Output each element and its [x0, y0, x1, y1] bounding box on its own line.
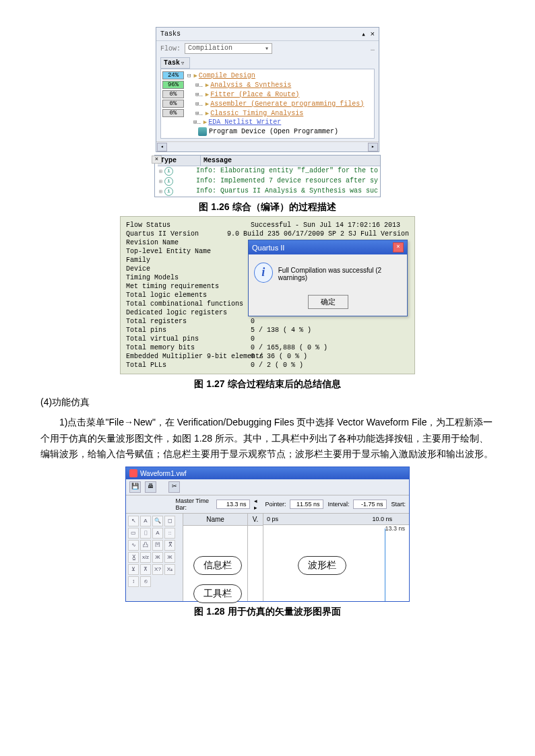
tool-icon[interactable]: X̲	[128, 552, 139, 563]
task-row-program[interactable]: Program Device (Open Programmer)	[161, 127, 374, 137]
expand-icon[interactable]: ⊞…	[195, 100, 203, 108]
time-ruler: 0 ps 10.0 ns	[263, 514, 409, 525]
flow-more-icon[interactable]: …	[371, 45, 375, 53]
mtb-value[interactable]: 13.3 ns	[216, 500, 250, 509]
arrow-tool-icon[interactable]: ↖	[128, 516, 139, 526]
tool-icon[interactable]: ▭	[128, 528, 139, 539]
dialog-title-text: Quartus II	[252, 244, 284, 252]
expand-icon[interactable]: ⊞…	[195, 91, 203, 98]
waveform-titlebar[interactable]: Waveform1.vwf	[126, 467, 409, 479]
summary-key: Device	[126, 265, 251, 273]
sort-icon: ▽	[181, 61, 184, 66]
task-row-assembler[interactable]: 0% ⊞… ▶ Assembler (Generate programming …	[161, 99, 374, 108]
summary-value: 0 / 36 ( 0 % )	[251, 353, 307, 360]
figure-caption-3: 图 1.28 用于仿真的矢量波形图界面	[40, 606, 495, 618]
task-row-eda[interactable]: ⊞… ▶ EDA Netlist Writer	[161, 118, 374, 127]
task-row-compile[interactable]: 24% ⊟ ▶ Compile Design	[161, 71, 374, 80]
expand-icon[interactable]: ⊟	[187, 72, 191, 79]
callout-info: 信息栏	[193, 556, 242, 575]
task-row-fitter[interactable]: 0% ⊞… ▶ Fitter (Place & Route)	[161, 90, 374, 99]
save-icon[interactable]: 💾	[129, 481, 141, 493]
message-text: Info: Elaborating entity "f_adder" for t…	[196, 167, 378, 176]
message-panel: × Type Message ⊞i Info: Elaborating enti…	[154, 155, 381, 197]
panel-collapse-icon[interactable]: ▴ ×	[361, 30, 375, 38]
summary-row: Total registers0	[126, 317, 409, 326]
summary-row: Flow StatusSuccessful - Sun Jul 14 17:02…	[126, 221, 409, 230]
ok-button[interactable]: 确定	[308, 295, 348, 309]
task-link[interactable]: Classic Timing Analysis	[210, 110, 303, 117]
tool-icon[interactable]: x/z	[140, 552, 151, 563]
tool-icon[interactable]: ⌷	[140, 528, 151, 539]
task-link[interactable]: Program Device (Open Programmer)	[209, 128, 338, 135]
dialog-titlebar[interactable]: Quartus II ×	[249, 240, 407, 254]
zoom-tool-icon[interactable]: 🔍	[152, 516, 163, 526]
tool-icon[interactable]: X̅	[164, 540, 175, 551]
task-link[interactable]: Compile Design	[199, 72, 255, 79]
expand-icon[interactable]: ⊞…	[193, 118, 201, 126]
scroll-right-icon[interactable]: ▸	[368, 143, 378, 151]
summary-key: Quartus II Version	[126, 230, 227, 238]
flow-label: Flow:	[160, 45, 181, 53]
message-column: Message	[201, 156, 234, 166]
tool-icon[interactable]: X?	[152, 564, 163, 575]
task-row-analysis[interactable]: 96% ⊞… ▶ Analysis & Synthesis	[161, 80, 374, 90]
dialog-body: i Full Compilation was successful (2 war…	[249, 254, 407, 291]
callout-wave: 波形栏	[298, 556, 346, 575]
summary-value: 0	[251, 335, 255, 343]
print-icon[interactable]: 🖶	[145, 481, 156, 493]
task-link[interactable]: Fitter (Place & Route)	[210, 91, 299, 98]
time-marker[interactable]	[385, 528, 385, 601]
value-column: V.	[248, 514, 263, 601]
tool-icon[interactable]: X₂	[164, 564, 175, 575]
summary-key: Met timing requirements	[126, 283, 251, 290]
cut-icon[interactable]: ✂	[168, 481, 180, 493]
play-icon: ▶	[206, 100, 209, 108]
summary-row: Total pins5 / 138 ( 4 % )	[126, 326, 409, 335]
tool-icon[interactable]: ◻	[164, 516, 175, 526]
expand-icon[interactable]: ⊞…	[195, 110, 203, 117]
tool-icon[interactable]: ⊻	[128, 564, 139, 575]
task-column-header[interactable]: Task ▽	[160, 57, 190, 69]
summary-value: 0 / 2 ( 0 % )	[251, 362, 303, 369]
task-link[interactable]: EDA Netlist Writer	[208, 118, 281, 126]
figure-caption-2: 图 1.27 综合过程结束后的总结信息	[40, 378, 495, 390]
tool-icon[interactable]: Ж	[164, 552, 175, 563]
tool-icon[interactable]: ∿	[128, 540, 139, 551]
summary-key: Dedicated logic registers	[126, 309, 251, 316]
summary-key: Total virtual pins	[126, 335, 251, 343]
mtb-label: Master Time Bar:	[176, 497, 213, 511]
waveform-toolbox: ↖ A 🔍 ◻ ▭ ⌷ A :: ∿ 凸 凹 X̅ X̲ x/z Ж Ж ⊻ ⊼…	[126, 514, 183, 601]
mtb-arrows-icon[interactable]: ◂ ▸	[254, 497, 261, 511]
text-tool-icon[interactable]: A	[140, 516, 151, 526]
paragraph: 1)点击菜单"File→New"，在 Verification/Debuggin…	[40, 415, 495, 462]
summary-row: Total PLLs0 / 2 ( 0 % )	[126, 361, 409, 370]
tool-icon[interactable]: ↕	[128, 576, 139, 587]
summary-panel: Flow StatusSuccessful - Sun Jul 14 17:02…	[120, 216, 415, 374]
name-header: Name	[183, 514, 247, 526]
tool-icon[interactable]: 凹	[152, 540, 163, 551]
waveform-toolbar: 💾 🖶 ✂	[126, 479, 409, 495]
flow-dropdown[interactable]: Compilation ▾	[185, 43, 272, 54]
play-icon: ▶	[206, 91, 209, 98]
summary-value: Successful - Sun Jul 14 17:02:16 2013	[251, 221, 400, 229]
summary-key: Total registers	[126, 318, 251, 325]
message-row: ⊞i Info: Implemented 7 device resources …	[158, 176, 380, 186]
waveform-main: ↖ A 🔍 ◻ ▭ ⌷ A :: ∿ 凸 凹 X̅ X̲ x/z Ж Ж ⊻ ⊼…	[126, 514, 409, 601]
close-messages-icon[interactable]: ×	[152, 156, 162, 164]
tool-icon[interactable]: ⊼	[140, 564, 151, 575]
progress-badge: 96%	[162, 81, 184, 89]
chevron-down-icon: ▾	[265, 44, 269, 53]
tool-icon[interactable]: ⎋	[140, 576, 151, 587]
expand-icon[interactable]: ⊞…	[195, 81, 203, 89]
close-icon[interactable]: ×	[393, 242, 404, 252]
tool-icon[interactable]: 凸	[140, 540, 151, 551]
task-row-timing[interactable]: 0% ⊞… ▶ Classic Timing Analysis	[161, 108, 374, 118]
tool-icon[interactable]: Ж	[152, 552, 163, 563]
scroll-left-icon[interactable]: ◂	[157, 143, 167, 151]
tool-icon[interactable]: ::	[164, 528, 175, 539]
task-link[interactable]: Assembler (Generate programming files)	[210, 100, 364, 108]
tool-icon[interactable]: A	[152, 528, 163, 539]
horizontal-scrollbar[interactable]: ◂ ▸	[156, 141, 379, 151]
task-link[interactable]: Analysis & Synthesis	[210, 81, 291, 89]
summary-value: 0	[251, 318, 255, 325]
